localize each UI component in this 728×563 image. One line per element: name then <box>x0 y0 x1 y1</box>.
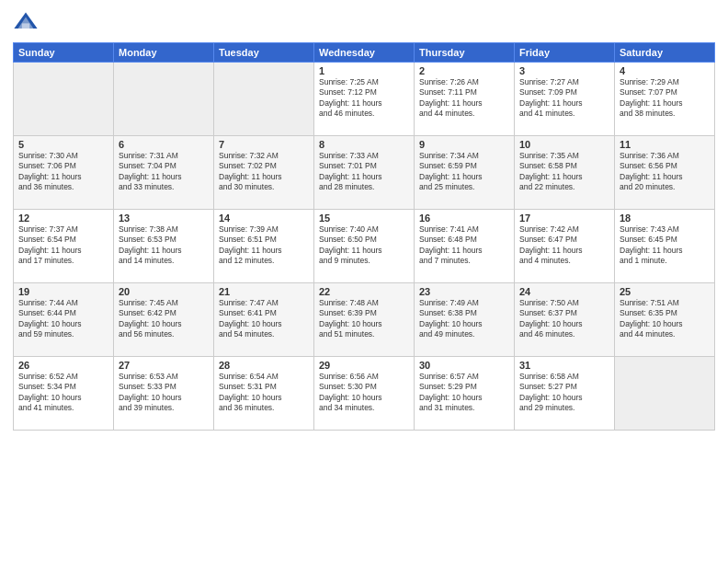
day-number: 9 <box>419 139 509 150</box>
calendar-cell <box>114 63 214 136</box>
calendar-cell: 5Sunrise: 7:30 AM Sunset: 7:06 PM Daylig… <box>14 136 114 210</box>
day-info: Sunrise: 7:49 AM Sunset: 6:38 PM Dayligh… <box>419 298 509 340</box>
calendar-cell: 2Sunrise: 7:26 AM Sunset: 7:11 PM Daylig… <box>415 63 515 136</box>
day-number: 17 <box>519 213 609 224</box>
calendar-day-header: Sunday <box>14 43 114 63</box>
calendar-cell: 12Sunrise: 7:37 AM Sunset: 6:54 PM Dayli… <box>14 210 114 283</box>
day-info: Sunrise: 6:53 AM Sunset: 5:33 PM Dayligh… <box>119 372 209 414</box>
calendar-day-header: Tuesday <box>214 43 314 63</box>
day-number: 31 <box>519 360 609 371</box>
page: SundayMondayTuesdayWednesdayThursdayFrid… <box>0 0 728 563</box>
day-info: Sunrise: 7:32 AM Sunset: 7:02 PM Dayligh… <box>219 151 309 193</box>
calendar-week-row: 19Sunrise: 7:44 AM Sunset: 6:44 PM Dayli… <box>14 283 715 357</box>
day-number: 15 <box>319 213 409 224</box>
day-number: 8 <box>319 139 409 150</box>
day-number: 4 <box>620 65 710 76</box>
calendar-cell: 9Sunrise: 7:34 AM Sunset: 6:59 PM Daylig… <box>415 136 515 210</box>
day-number: 20 <box>119 286 209 297</box>
calendar-cell: 20Sunrise: 7:45 AM Sunset: 6:42 PM Dayli… <box>114 283 214 357</box>
calendar-cell: 28Sunrise: 6:54 AM Sunset: 5:31 PM Dayli… <box>214 357 314 431</box>
calendar-cell: 3Sunrise: 7:27 AM Sunset: 7:09 PM Daylig… <box>515 63 615 136</box>
calendar-cell: 19Sunrise: 7:44 AM Sunset: 6:44 PM Dayli… <box>14 283 114 357</box>
day-number: 2 <box>419 65 509 76</box>
day-info: Sunrise: 7:27 AM Sunset: 7:09 PM Dayligh… <box>519 77 609 120</box>
calendar-week-row: 1Sunrise: 7:25 AM Sunset: 7:12 PM Daylig… <box>14 63 715 136</box>
day-number: 16 <box>419 213 509 224</box>
day-info: Sunrise: 7:29 AM Sunset: 7:07 PM Dayligh… <box>620 77 710 120</box>
day-number: 23 <box>419 286 509 297</box>
day-info: Sunrise: 7:35 AM Sunset: 6:58 PM Dayligh… <box>519 151 609 193</box>
calendar-cell <box>14 63 114 136</box>
calendar-cell: 11Sunrise: 7:36 AM Sunset: 6:56 PM Dayli… <box>615 136 715 210</box>
day-info: Sunrise: 6:52 AM Sunset: 5:34 PM Dayligh… <box>18 372 108 414</box>
day-info: Sunrise: 7:34 AM Sunset: 6:59 PM Dayligh… <box>419 151 509 193</box>
day-number: 19 <box>18 286 108 297</box>
calendar-cell: 17Sunrise: 7:42 AM Sunset: 6:47 PM Dayli… <box>515 210 615 283</box>
day-number: 14 <box>219 213 309 224</box>
day-number: 11 <box>620 139 710 150</box>
day-info: Sunrise: 7:25 AM Sunset: 7:12 PM Dayligh… <box>319 77 409 120</box>
day-number: 6 <box>119 139 209 150</box>
calendar-cell: 1Sunrise: 7:25 AM Sunset: 7:12 PM Daylig… <box>314 63 415 136</box>
calendar-cell: 24Sunrise: 7:50 AM Sunset: 6:37 PM Dayli… <box>515 283 615 357</box>
day-number: 1 <box>319 65 409 76</box>
calendar-table: SundayMondayTuesdayWednesdayThursdayFrid… <box>13 42 715 431</box>
day-info: Sunrise: 6:58 AM Sunset: 5:27 PM Dayligh… <box>519 372 609 414</box>
day-info: Sunrise: 7:39 AM Sunset: 6:51 PM Dayligh… <box>219 224 309 267</box>
calendar-cell: 29Sunrise: 6:56 AM Sunset: 5:30 PM Dayli… <box>314 357 415 431</box>
day-number: 30 <box>419 360 509 371</box>
day-number: 28 <box>219 360 309 371</box>
calendar-cell: 7Sunrise: 7:32 AM Sunset: 7:02 PM Daylig… <box>214 136 314 210</box>
day-info: Sunrise: 7:45 AM Sunset: 6:42 PM Dayligh… <box>119 298 209 340</box>
calendar-cell: 27Sunrise: 6:53 AM Sunset: 5:33 PM Dayli… <box>114 357 214 431</box>
calendar-cell: 16Sunrise: 7:41 AM Sunset: 6:48 PM Dayli… <box>415 210 515 283</box>
day-info: Sunrise: 6:56 AM Sunset: 5:30 PM Dayligh… <box>319 372 409 414</box>
day-info: Sunrise: 7:41 AM Sunset: 6:48 PM Dayligh… <box>419 224 509 267</box>
calendar-cell: 13Sunrise: 7:38 AM Sunset: 6:53 PM Dayli… <box>114 210 214 283</box>
calendar-day-header: Wednesday <box>314 43 415 63</box>
calendar-cell: 15Sunrise: 7:40 AM Sunset: 6:50 PM Dayli… <box>314 210 415 283</box>
calendar-day-header: Saturday <box>615 43 715 63</box>
day-info: Sunrise: 7:50 AM Sunset: 6:37 PM Dayligh… <box>519 298 609 340</box>
day-number: 12 <box>18 213 108 224</box>
day-number: 26 <box>18 360 108 371</box>
day-number: 24 <box>519 286 609 297</box>
day-info: Sunrise: 7:44 AM Sunset: 6:44 PM Dayligh… <box>18 298 108 340</box>
calendar-cell: 14Sunrise: 7:39 AM Sunset: 6:51 PM Dayli… <box>214 210 314 283</box>
calendar-cell: 4Sunrise: 7:29 AM Sunset: 7:07 PM Daylig… <box>615 63 715 136</box>
svg-rect-2 <box>22 23 29 29</box>
calendar-cell: 31Sunrise: 6:58 AM Sunset: 5:27 PM Dayli… <box>515 357 615 431</box>
calendar-cell: 6Sunrise: 7:31 AM Sunset: 7:04 PM Daylig… <box>114 136 214 210</box>
day-number: 5 <box>18 139 108 150</box>
day-number: 7 <box>219 139 309 150</box>
day-info: Sunrise: 7:48 AM Sunset: 6:39 PM Dayligh… <box>319 298 409 340</box>
calendar-week-row: 12Sunrise: 7:37 AM Sunset: 6:54 PM Dayli… <box>14 210 715 283</box>
day-info: Sunrise: 7:38 AM Sunset: 6:53 PM Dayligh… <box>119 224 209 267</box>
day-number: 29 <box>319 360 409 371</box>
calendar-cell: 26Sunrise: 6:52 AM Sunset: 5:34 PM Dayli… <box>14 357 114 431</box>
calendar-day-header: Friday <box>515 43 615 63</box>
calendar-cell <box>615 357 715 431</box>
day-info: Sunrise: 7:47 AM Sunset: 6:41 PM Dayligh… <box>219 298 309 340</box>
calendar-cell: 10Sunrise: 7:35 AM Sunset: 6:58 PM Dayli… <box>515 136 615 210</box>
day-info: Sunrise: 7:36 AM Sunset: 6:56 PM Dayligh… <box>620 151 710 193</box>
day-info: Sunrise: 6:54 AM Sunset: 5:31 PM Dayligh… <box>219 372 309 414</box>
calendar-week-row: 5Sunrise: 7:30 AM Sunset: 7:06 PM Daylig… <box>14 136 715 210</box>
header <box>13 9 715 35</box>
day-info: Sunrise: 7:40 AM Sunset: 6:50 PM Dayligh… <box>319 224 409 267</box>
day-number: 25 <box>620 286 710 297</box>
day-info: Sunrise: 7:42 AM Sunset: 6:47 PM Dayligh… <box>519 224 609 267</box>
calendar-cell: 18Sunrise: 7:43 AM Sunset: 6:45 PM Dayli… <box>615 210 715 283</box>
day-info: Sunrise: 7:51 AM Sunset: 6:35 PM Dayligh… <box>620 298 710 340</box>
calendar-cell <box>214 63 314 136</box>
day-number: 27 <box>119 360 209 371</box>
day-number: 10 <box>519 139 609 150</box>
calendar-week-row: 26Sunrise: 6:52 AM Sunset: 5:34 PM Dayli… <box>14 357 715 431</box>
day-info: Sunrise: 7:37 AM Sunset: 6:54 PM Dayligh… <box>18 224 108 267</box>
day-info: Sunrise: 7:26 AM Sunset: 7:11 PM Dayligh… <box>419 77 509 120</box>
calendar-cell: 25Sunrise: 7:51 AM Sunset: 6:35 PM Dayli… <box>615 283 715 357</box>
logo-icon <box>13 9 39 35</box>
calendar-cell: 22Sunrise: 7:48 AM Sunset: 6:39 PM Dayli… <box>314 283 415 357</box>
day-info: Sunrise: 7:43 AM Sunset: 6:45 PM Dayligh… <box>620 224 710 267</box>
calendar-header-row: SundayMondayTuesdayWednesdayThursdayFrid… <box>14 43 715 63</box>
